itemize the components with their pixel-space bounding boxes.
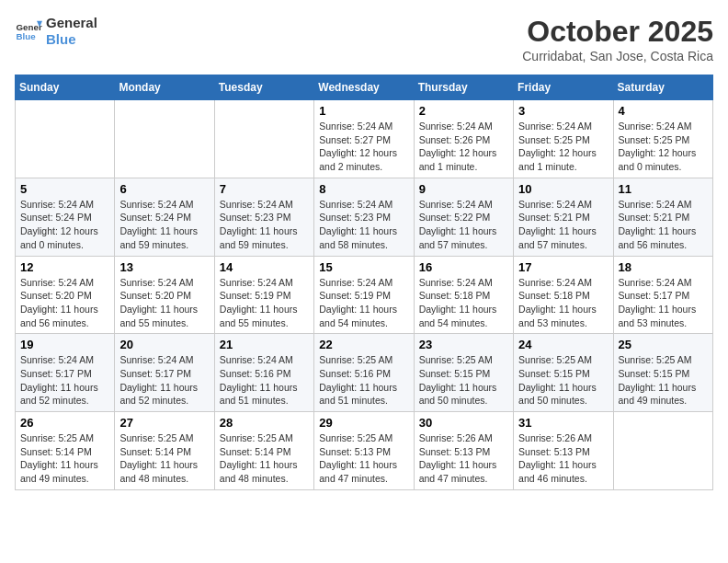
- day-info: Sunrise: 5:24 AM Sunset: 5:24 PM Dayligh…: [20, 198, 109, 252]
- calendar-week-row: 1Sunrise: 5:24 AM Sunset: 5:27 PM Daylig…: [16, 100, 713, 178]
- day-number: 13: [119, 260, 209, 274]
- calendar-cell: [214, 100, 313, 178]
- calendar-week-row: 5Sunrise: 5:24 AM Sunset: 5:24 PM Daylig…: [16, 178, 713, 256]
- day-info: Sunrise: 5:24 AM Sunset: 5:25 PM Dayligh…: [518, 120, 608, 174]
- calendar-cell: 26Sunrise: 5:25 AM Sunset: 5:14 PM Dayli…: [16, 412, 115, 490]
- calendar-cell: 4Sunrise: 5:24 AM Sunset: 5:25 PM Daylig…: [613, 100, 712, 178]
- day-number: 28: [220, 416, 309, 430]
- day-info: Sunrise: 5:24 AM Sunset: 5:25 PM Dayligh…: [619, 120, 708, 174]
- day-info: Sunrise: 5:24 AM Sunset: 5:17 PM Dayligh…: [20, 353, 109, 408]
- weekday-header: Thursday: [414, 75, 513, 100]
- day-info: Sunrise: 5:24 AM Sunset: 5:21 PM Dayligh…: [619, 198, 708, 252]
- calendar-cell: 2Sunrise: 5:24 AM Sunset: 5:26 PM Daylig…: [414, 100, 513, 178]
- day-info: Sunrise: 5:25 AM Sunset: 5:14 PM Dayligh…: [20, 431, 109, 486]
- calendar-cell: [115, 100, 214, 178]
- day-number: 12: [20, 260, 109, 274]
- day-number: 27: [119, 416, 209, 430]
- calendar-cell: 17Sunrise: 5:24 AM Sunset: 5:18 PM Dayli…: [514, 256, 613, 334]
- day-number: 23: [419, 338, 508, 351]
- calendar-cell: 6Sunrise: 5:24 AM Sunset: 5:24 PM Daylig…: [115, 178, 214, 256]
- day-info: Sunrise: 5:24 AM Sunset: 5:26 PM Dayligh…: [419, 120, 508, 174]
- svg-text:Blue: Blue: [17, 31, 37, 41]
- logo-line1: General: [46, 15, 97, 31]
- title-block: October 2025 Curridabat, San Jose, Costa…: [522, 15, 713, 63]
- day-number: 19: [20, 338, 109, 351]
- day-info: Sunrise: 5:24 AM Sunset: 5:18 PM Dayligh…: [419, 276, 508, 330]
- day-number: 31: [518, 416, 608, 430]
- day-info: Sunrise: 5:25 AM Sunset: 5:15 PM Dayligh…: [419, 353, 508, 408]
- calendar-cell: 31Sunrise: 5:26 AM Sunset: 5:13 PM Dayli…: [514, 412, 613, 490]
- calendar-cell: 30Sunrise: 5:26 AM Sunset: 5:13 PM Dayli…: [414, 412, 513, 490]
- calendar-cell: 16Sunrise: 5:24 AM Sunset: 5:18 PM Dayli…: [414, 256, 513, 334]
- calendar-cell: 27Sunrise: 5:25 AM Sunset: 5:14 PM Dayli…: [115, 412, 214, 490]
- calendar-cell: 5Sunrise: 5:24 AM Sunset: 5:24 PM Daylig…: [16, 178, 115, 256]
- logo-icon: General Blue: [15, 17, 42, 45]
- calendar-cell: 28Sunrise: 5:25 AM Sunset: 5:14 PM Dayli…: [214, 412, 313, 490]
- day-info: Sunrise: 5:26 AM Sunset: 5:13 PM Dayligh…: [518, 431, 608, 486]
- day-number: 8: [319, 182, 408, 196]
- day-info: Sunrise: 5:24 AM Sunset: 5:17 PM Dayligh…: [119, 353, 209, 408]
- weekday-header: Friday: [514, 75, 613, 100]
- calendar-cell: 20Sunrise: 5:24 AM Sunset: 5:17 PM Dayli…: [115, 334, 214, 412]
- calendar-cell: 3Sunrise: 5:24 AM Sunset: 5:25 PM Daylig…: [514, 100, 613, 178]
- day-number: 1: [319, 104, 408, 118]
- day-number: 26: [20, 416, 109, 430]
- calendar-cell: 24Sunrise: 5:25 AM Sunset: 5:15 PM Dayli…: [514, 334, 613, 412]
- calendar-cell: 19Sunrise: 5:24 AM Sunset: 5:17 PM Dayli…: [16, 334, 115, 412]
- day-number: 15: [319, 260, 408, 274]
- day-info: Sunrise: 5:25 AM Sunset: 5:14 PM Dayligh…: [220, 431, 309, 486]
- day-info: Sunrise: 5:24 AM Sunset: 5:18 PM Dayligh…: [518, 276, 608, 330]
- day-number: 22: [319, 338, 408, 351]
- calendar-cell: [613, 412, 712, 490]
- calendar-cell: 9Sunrise: 5:24 AM Sunset: 5:22 PM Daylig…: [414, 178, 513, 256]
- day-info: Sunrise: 5:26 AM Sunset: 5:13 PM Dayligh…: [419, 431, 508, 486]
- day-info: Sunrise: 5:24 AM Sunset: 5:20 PM Dayligh…: [119, 276, 209, 330]
- weekday-header: Tuesday: [214, 75, 313, 100]
- calendar-cell: 12Sunrise: 5:24 AM Sunset: 5:20 PM Dayli…: [16, 256, 115, 334]
- day-number: 30: [419, 416, 508, 430]
- logo: General Blue General Blue: [15, 15, 97, 48]
- day-number: 21: [220, 338, 309, 351]
- day-number: 17: [518, 260, 608, 274]
- calendar-body: 1Sunrise: 5:24 AM Sunset: 5:27 PM Daylig…: [16, 100, 713, 490]
- location-subtitle: Curridabat, San Jose, Costa Rica: [522, 49, 713, 63]
- day-info: Sunrise: 5:24 AM Sunset: 5:23 PM Dayligh…: [220, 198, 309, 252]
- day-number: 4: [619, 104, 708, 118]
- calendar-cell: 13Sunrise: 5:24 AM Sunset: 5:20 PM Dayli…: [115, 256, 214, 334]
- day-info: Sunrise: 5:25 AM Sunset: 5:14 PM Dayligh…: [119, 431, 209, 486]
- day-number: 11: [619, 182, 708, 196]
- day-info: Sunrise: 5:24 AM Sunset: 5:27 PM Dayligh…: [319, 120, 408, 174]
- day-number: 16: [419, 260, 508, 274]
- day-info: Sunrise: 5:24 AM Sunset: 5:19 PM Dayligh…: [220, 276, 309, 330]
- day-number: 20: [119, 338, 209, 351]
- day-number: 29: [319, 416, 408, 430]
- day-number: 5: [20, 182, 109, 196]
- day-number: 25: [619, 338, 708, 351]
- calendar-header-row: SundayMondayTuesdayWednesdayThursdayFrid…: [16, 75, 713, 100]
- calendar-table: SundayMondayTuesdayWednesdayThursdayFrid…: [15, 75, 713, 490]
- calendar-cell: 1Sunrise: 5:24 AM Sunset: 5:27 PM Daylig…: [314, 100, 414, 178]
- calendar-cell: 11Sunrise: 5:24 AM Sunset: 5:21 PM Dayli…: [613, 178, 712, 256]
- page-header: General Blue General Blue October 2025 C…: [15, 15, 713, 63]
- calendar-cell: 29Sunrise: 5:25 AM Sunset: 5:13 PM Dayli…: [314, 412, 414, 490]
- day-number: 9: [419, 182, 508, 196]
- weekday-header: Saturday: [613, 75, 712, 100]
- day-number: 6: [119, 182, 209, 196]
- calendar-cell: 25Sunrise: 5:25 AM Sunset: 5:15 PM Dayli…: [613, 334, 712, 412]
- day-number: 18: [619, 260, 708, 274]
- day-number: 24: [518, 338, 608, 351]
- calendar-cell: 10Sunrise: 5:24 AM Sunset: 5:21 PM Dayli…: [514, 178, 613, 256]
- calendar-cell: [16, 100, 115, 178]
- day-info: Sunrise: 5:25 AM Sunset: 5:15 PM Dayligh…: [518, 353, 608, 408]
- calendar-cell: 15Sunrise: 5:24 AM Sunset: 5:19 PM Dayli…: [314, 256, 414, 334]
- day-info: Sunrise: 5:24 AM Sunset: 5:17 PM Dayligh…: [619, 276, 708, 330]
- logo-line2: Blue: [46, 31, 97, 48]
- calendar-cell: 18Sunrise: 5:24 AM Sunset: 5:17 PM Dayli…: [613, 256, 712, 334]
- calendar-week-row: 12Sunrise: 5:24 AM Sunset: 5:20 PM Dayli…: [16, 256, 713, 334]
- day-number: 3: [518, 104, 608, 118]
- day-info: Sunrise: 5:25 AM Sunset: 5:15 PM Dayligh…: [619, 353, 708, 408]
- month-title: October 2025: [522, 15, 713, 49]
- calendar-week-row: 19Sunrise: 5:24 AM Sunset: 5:17 PM Dayli…: [16, 334, 713, 412]
- day-number: 2: [419, 104, 508, 118]
- day-info: Sunrise: 5:24 AM Sunset: 5:21 PM Dayligh…: [518, 198, 608, 252]
